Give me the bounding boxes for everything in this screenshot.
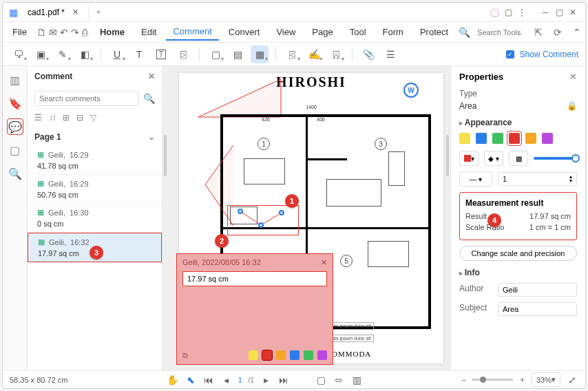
underline-tool[interactable]: U▾ (108, 45, 126, 63)
search-tools-input[interactable] (477, 28, 525, 36)
first-page-icon[interactable]: ⏮ (202, 374, 215, 386)
note-tool[interactable]: 🗨▾ (10, 45, 28, 63)
opacity-slider[interactable] (534, 157, 577, 160)
measure-tool[interactable]: ▦▾ (251, 45, 269, 63)
list-tool[interactable]: ☰ (381, 45, 399, 63)
comment-page-header[interactable]: Page 1 ⌄ (28, 128, 162, 146)
menu-view[interactable]: View (269, 24, 302, 40)
fullscreen-icon[interactable]: ⤢ (566, 374, 578, 386)
zoom-value[interactable]: 33% ▾ (532, 372, 560, 387)
shape-tool[interactable]: ▢▾ (207, 45, 224, 63)
menu-convert[interactable]: Convert (222, 24, 267, 40)
popup-swatch-red[interactable] (262, 350, 272, 360)
sync-icon[interactable]: ▢ (503, 8, 514, 17)
callout-tool[interactable]: ⍄ (174, 45, 192, 63)
popup-swatch-yellow[interactable] (249, 350, 258, 360)
swatch-blue[interactable] (476, 133, 487, 144)
measure-selection[interactable] (227, 205, 299, 235)
mail-icon[interactable]: ✉ (49, 26, 57, 39)
bookmarks-icon[interactable]: 🔖 (7, 95, 23, 112)
menu-tool[interactable]: Tool (343, 24, 373, 40)
popup-close-icon[interactable]: ✕ (321, 258, 327, 267)
comment-search-input[interactable] (34, 91, 139, 106)
more-icon[interactable]: ⋮ (516, 8, 527, 17)
popup-value-input[interactable]: 17.97 sq cm (182, 271, 327, 286)
text-tool[interactable]: T (130, 45, 148, 63)
filter-list-icon[interactable]: ☰ (34, 113, 42, 123)
menu-edit[interactable]: Edit (134, 24, 163, 40)
subject-input[interactable]: Area (498, 302, 577, 316)
upload-icon[interactable]: ⟳ (552, 26, 564, 39)
zoom-out-icon[interactable]: − (462, 376, 466, 384)
prop-info-section[interactable]: Info (459, 268, 577, 277)
swatch-yellow[interactable] (459, 133, 470, 144)
select-tool-icon[interactable]: ⬉ (185, 374, 197, 386)
comment-item[interactable]: ▦Geili,16:29 41.78 sq cm (28, 146, 162, 175)
popup-swatch-blue[interactable] (290, 350, 300, 360)
line-width-input[interactable]: 1▴▾ (498, 172, 577, 186)
close-window-icon[interactable]: ✕ (567, 8, 578, 17)
menu-form[interactable]: Form (376, 24, 410, 40)
scroll-indicator-right[interactable] (446, 135, 449, 176)
maximize-icon[interactable]: ▢ (554, 8, 565, 17)
properties-close-icon[interactable]: ✕ (569, 72, 577, 82)
menu-protect[interactable]: Protect (413, 24, 455, 40)
show-comment-checkbox[interactable]: ✓ (506, 50, 514, 59)
page-rail-icon[interactable]: ▢ (7, 142, 23, 158)
add-tab-button[interactable]: ＋ (89, 6, 108, 18)
undo-icon[interactable]: ↶ (60, 26, 68, 39)
highlight-tool[interactable]: ▣▾ (32, 45, 50, 63)
comment-search-icon[interactable]: 🔍 (143, 92, 155, 105)
menu-page[interactable]: Page (305, 24, 339, 40)
search-rail-icon[interactable]: 🔍 (7, 165, 23, 182)
eraser-tool[interactable]: ◧▾ (76, 45, 94, 63)
word-badge-icon[interactable]: W (403, 83, 419, 98)
change-scale-button[interactable]: Change scale and precision (459, 246, 577, 261)
save-icon[interactable]: 🗋 (36, 26, 46, 39)
swatch-green[interactable] (492, 133, 503, 144)
fill-color-drop[interactable]: ◆ ▾ (484, 151, 503, 166)
menu-home[interactable]: Home (93, 24, 132, 40)
layout-icon[interactable]: ▥ (350, 374, 363, 386)
comment-panel-close-icon[interactable]: ✕ (148, 72, 155, 81)
share-icon[interactable]: ⇱ (532, 26, 545, 39)
collapse-icon[interactable]: ⌃ (571, 26, 583, 39)
page-current[interactable]: 1 (238, 376, 242, 384)
redo-icon[interactable]: ↷ (71, 26, 79, 39)
line-style-drop[interactable]: — ▾ (459, 171, 492, 187)
thumbnails-icon[interactable]: ▥ (7, 72, 23, 88)
minimize-icon[interactable]: ─ (540, 8, 551, 17)
annotation-popup[interactable]: Geili, 2022/08/05 16:32 ✕ 17.97 sq cm ⧉ (176, 253, 333, 365)
pattern-drop[interactable]: ▩ (509, 151, 528, 166)
fit-page-icon[interactable]: ▢ (315, 374, 327, 386)
popup-swatch-green[interactable] (304, 350, 313, 360)
pencil-tool[interactable]: ✎▾ (54, 45, 72, 63)
menu-file[interactable]: File (6, 24, 34, 40)
close-tab-icon[interactable]: ✕ (69, 6, 81, 19)
prop-appearance-section[interactable]: Appearance (459, 118, 577, 127)
swatch-orange[interactable] (525, 133, 536, 144)
stamp2-tool[interactable]: ⍃▾ (283, 45, 301, 63)
comment-item[interactable]: ▦Geili,16:30 0 sq cm (28, 204, 162, 233)
popup-swatch-purple[interactable] (317, 350, 327, 360)
filter-funnel-icon[interactable]: ▽ (90, 113, 96, 123)
last-page-icon[interactable]: ⏭ (277, 374, 290, 386)
attach-tool[interactable]: 📎 (359, 45, 377, 63)
filter-expand-icon[interactable]: ⊞ (63, 113, 70, 123)
menu-comment[interactable]: Comment (166, 23, 218, 41)
comments-rail-icon[interactable]: 💬 (7, 118, 23, 135)
textbox-tool[interactable]: 🅃 (152, 45, 170, 63)
prev-page-icon[interactable]: ◂ (220, 374, 233, 386)
filter-collapse-icon[interactable]: ⊟ (76, 113, 83, 123)
popup-copy-icon[interactable]: ⧉ (182, 351, 188, 360)
document-tab[interactable]: cad1.pdf * ✕ (21, 4, 89, 21)
zoom-slider[interactable] (472, 379, 513, 381)
author-input[interactable]: Geili (498, 283, 577, 297)
popup-swatch-orange[interactable] (276, 350, 286, 360)
zoom-in-icon[interactable]: ＋ (518, 374, 526, 385)
scroll-indicator-left[interactable] (164, 135, 167, 176)
fit-width-icon[interactable]: ⬄ (333, 374, 345, 386)
swatch-purple[interactable] (542, 133, 553, 144)
attach-tool-2[interactable]: ⍓▾ (327, 45, 345, 63)
filter-sort-icon[interactable]: ↕⁞ (49, 113, 56, 123)
